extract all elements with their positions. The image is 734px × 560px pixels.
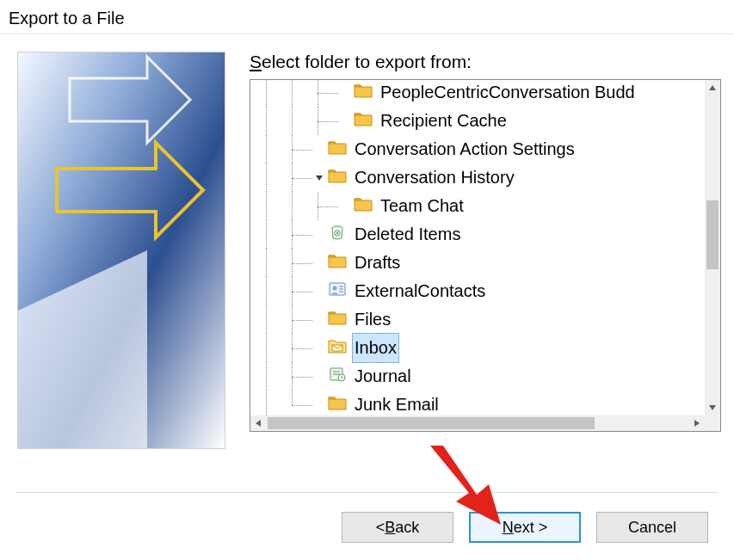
tree-item-label: ExternalContacts: [352, 277, 488, 305]
scroll-corner: [705, 415, 720, 431]
folder-icon: [354, 107, 378, 135]
export-wizard-window: Export to a File: [0, 0, 734, 560]
tree-item-label: Drafts: [352, 249, 403, 277]
tree-item-label: Team Chat: [378, 192, 466, 220]
folder-icon: [328, 135, 352, 163]
wizard-buttons: < Back Next > Cancel: [342, 512, 708, 543]
cancel-button[interactable]: Cancel: [596, 512, 708, 543]
scroll-up-icon[interactable]: [705, 80, 720, 95]
folder-icon: [328, 163, 352, 192]
tree-item-label: Junk Email: [352, 391, 441, 415]
window-title: Export to a File: [0, 0, 734, 34]
folder-tree[interactable]: PeopleCentricConversation BuddRecipient …: [250, 79, 721, 432]
scroll-down-icon[interactable]: [705, 400, 720, 415]
separator: [15, 492, 719, 493]
folder-icon: [328, 305, 352, 334]
tree-item[interactable]: Conversation History: [250, 163, 705, 192]
journal-icon: [328, 362, 352, 391]
contacts-icon: [328, 277, 352, 305]
tree-item[interactable]: Junk Email: [250, 391, 705, 415]
tree-item-label: Conversation History: [352, 163, 517, 192]
tree-item[interactable]: Recipient Cache: [250, 107, 705, 135]
tree-item-label: Files: [352, 305, 393, 334]
scroll-right-icon[interactable]: [689, 415, 705, 431]
back-button[interactable]: < Back: [342, 512, 453, 543]
right-pane: Select folder to export from: PeopleCent…: [250, 52, 725, 432]
folder-icon: [328, 391, 352, 415]
select-folder-label: Select folder to export from:: [250, 52, 725, 72]
content-area: Select folder to export from: PeopleCent…: [17, 52, 725, 483]
tree-item[interactable]: Inbox: [250, 334, 705, 362]
tree-item-label: Recipient Cache: [378, 107, 509, 135]
tree-item-label: Journal: [352, 362, 414, 391]
tree-item[interactable]: Files: [250, 305, 705, 334]
tree-item[interactable]: Deleted Items: [250, 220, 705, 249]
folder-icon: [354, 80, 378, 107]
tree-item[interactable]: Team Chat: [250, 192, 705, 220]
inbox-icon: [328, 334, 352, 362]
horizontal-scrollbar[interactable]: [250, 415, 705, 431]
tree-item[interactable]: ExternalContacts: [250, 277, 705, 305]
tree-item-label: Conversation Action Settings: [352, 135, 577, 163]
wizard-decoration: [17, 52, 225, 449]
tree-item[interactable]: Conversation Action Settings: [250, 135, 705, 163]
tree-item-label: Deleted Items: [352, 220, 463, 249]
tree-item-label: Inbox: [352, 333, 399, 363]
tree-item[interactable]: Journal: [250, 362, 705, 391]
chevron-down-icon[interactable]: [312, 171, 326, 185]
deleted-icon: [328, 220, 352, 249]
horizontal-scroll-thumb[interactable]: [268, 417, 595, 429]
tree-item[interactable]: PeopleCentricConversation Budd: [250, 80, 705, 107]
tree-item-label: PeopleCentricConversation Budd: [378, 80, 638, 107]
folder-icon: [354, 192, 378, 220]
vertical-scroll-thumb[interactable]: [706, 200, 719, 269]
vertical-scrollbar[interactable]: [705, 80, 720, 415]
svg-point-4: [333, 286, 337, 291]
tree-item[interactable]: Drafts: [250, 249, 705, 277]
scroll-left-icon[interactable]: [250, 415, 266, 431]
next-button[interactable]: Next >: [469, 512, 581, 543]
folder-icon: [328, 249, 352, 277]
